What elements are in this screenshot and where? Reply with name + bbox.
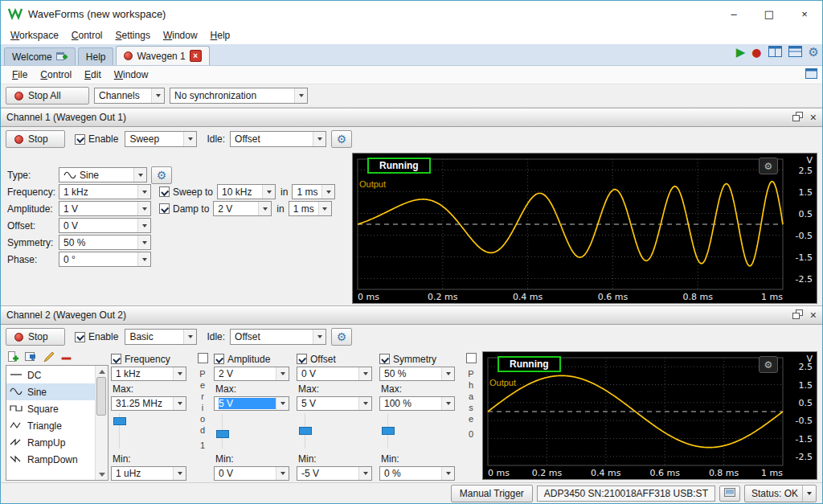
close-tab-icon[interactable]: × (190, 50, 202, 62)
tile-windows-button[interactable] (768, 46, 782, 59)
menu-workspace[interactable]: Workspace (4, 28, 65, 43)
undock-panel-icon[interactable] (792, 309, 803, 322)
damp-time-select[interactable]: 1 ms (289, 201, 332, 216)
amplitude-slider-handle[interactable] (216, 430, 229, 438)
frequency-checkbox[interactable] (111, 354, 121, 364)
channel2-enable-checkbox[interactable] (75, 332, 85, 342)
close-panel-icon[interactable]: × (810, 112, 817, 123)
channel1-header[interactable]: Channel 1 (Wavegen Out 1) × (1, 108, 822, 127)
symmetry-min-select[interactable]: 0 % (379, 466, 455, 481)
damp-to-checkbox[interactable] (159, 203, 170, 214)
type-select[interactable]: Sine (59, 167, 147, 182)
damp-to-select[interactable]: 2 V (213, 201, 272, 216)
channel1-mode-select[interactable]: Sweep (125, 131, 197, 147)
float-window-icon[interactable] (805, 68, 817, 81)
menu-help[interactable]: Help (204, 28, 237, 43)
frequency-max-select[interactable]: 31.25 MHz (111, 396, 186, 411)
channel2-idle-select[interactable]: Offset (230, 329, 326, 345)
amplitude-checkbox[interactable] (214, 354, 224, 364)
device-monitor-button[interactable] (719, 486, 740, 502)
tab-help[interactable]: Help (78, 47, 114, 65)
scope-settings-gear-icon[interactable]: ⚙ (759, 158, 778, 174)
waveform-list-scrollbar[interactable] (95, 366, 108, 480)
undock-panel-icon[interactable] (792, 112, 803, 124)
cascade-windows-button[interactable] (788, 46, 802, 59)
device-select[interactable]: ADP3450 SN:210018AFF318 USB:ST (537, 486, 715, 502)
menu-window-2[interactable]: Window (108, 68, 155, 82)
amplitude-select[interactable]: 1 V (59, 201, 151, 216)
close-panel-icon[interactable]: × (810, 309, 817, 321)
channel1-enable-checkbox[interactable] (75, 134, 85, 145)
scope-settings-gear-icon[interactable]: ⚙ (759, 356, 778, 373)
channels-select[interactable]: Channels (94, 88, 165, 104)
symmetry-slider-handle[interactable] (382, 427, 395, 435)
amplitude-value-select[interactable]: 2 V (214, 367, 289, 381)
wave-item-dc[interactable]: DC (6, 367, 95, 383)
new-wave-icon[interactable] (7, 351, 18, 365)
tab-wavegen-1[interactable]: Wavegen 1 × (116, 46, 209, 65)
offset-checkbox[interactable] (297, 354, 307, 364)
menu-edit[interactable]: Edit (78, 68, 108, 82)
offset-max-select[interactable]: 5 V (297, 396, 372, 411)
run-all-button[interactable]: ▶ (736, 47, 746, 59)
frequency-slider-handle[interactable] (113, 417, 126, 425)
manual-trigger-button[interactable]: Manual Trigger (451, 485, 533, 502)
frequency-value-select[interactable]: 1 kHz (111, 367, 186, 381)
channel2-stop-button[interactable]: Stop (6, 328, 65, 346)
wave-item-rampdown[interactable]: RampDown (6, 451, 95, 468)
status-select[interactable]: Status: OK (744, 485, 817, 502)
stop-all-global-button[interactable]: ● (751, 47, 761, 58)
sweep-time-select[interactable]: 1 ms (292, 184, 335, 199)
amplitude-slider[interactable] (214, 413, 294, 449)
phase-checkbox[interactable] (466, 353, 477, 363)
sweep-to-checkbox[interactable] (159, 186, 170, 197)
menu-window[interactable]: Window (157, 28, 204, 43)
channel2-settings-gear-icon[interactable]: ⚙ (331, 328, 352, 346)
wave-item-sine[interactable]: Sine (6, 383, 95, 400)
frequency-slider[interactable] (111, 413, 191, 449)
remove-wave-icon[interactable] (61, 352, 72, 363)
channel2-mode-select[interactable]: Basic (125, 329, 197, 345)
amplitude-max-select[interactable]: 5 V (214, 396, 289, 411)
open-wave-icon[interactable] (25, 351, 37, 364)
offset-min-select[interactable]: -5 V (297, 466, 372, 481)
close-button[interactable]: × (787, 1, 822, 27)
stop-all-button[interactable]: Stop All (6, 87, 89, 104)
channel2-header[interactable]: Channel 2 (Wavegen Out 2) × (1, 305, 822, 325)
menu-control[interactable]: Control (65, 28, 109, 43)
type-settings-gear-icon[interactable]: ⚙ (151, 166, 172, 184)
wave-item-triangle[interactable]: Triangle (6, 417, 95, 434)
symmetry-checkbox[interactable] (379, 354, 390, 364)
scroll-down-icon[interactable] (96, 469, 108, 480)
wave-item-rampup[interactable]: RampUp (6, 434, 95, 451)
symmetry-max-select[interactable]: 100 % (379, 396, 455, 411)
workspace-settings-gear-icon[interactable]: ⚙ (809, 47, 819, 59)
edit-wave-icon[interactable] (43, 351, 55, 365)
offset-value-select[interactable]: 0 V (297, 367, 372, 381)
offset-slider[interactable] (297, 413, 377, 449)
scrollbar-thumb[interactable] (96, 377, 106, 416)
maximize-button[interactable]: □ (751, 1, 787, 27)
phase-select[interactable]: 0 ° (59, 252, 151, 267)
menu-control-2[interactable]: Control (34, 68, 78, 82)
offset-select[interactable]: 0 V (59, 218, 151, 233)
symmetry-value-select[interactable]: 50 % (379, 367, 455, 381)
synchronization-select[interactable]: No synchronization (170, 88, 308, 104)
symmetry-slider[interactable] (379, 413, 460, 449)
minimize-button[interactable]: – (716, 1, 751, 27)
symmetry-select[interactable]: 50 % (59, 235, 151, 250)
scroll-up-icon[interactable] (96, 366, 108, 377)
frequency-min-select[interactable]: 1 uHz (111, 466, 186, 481)
frequency-select[interactable]: 1 kHz (59, 184, 151, 199)
channel1-idle-select[interactable]: Offset (230, 131, 326, 147)
menu-file[interactable]: File (6, 68, 34, 82)
channel1-stop-button[interactable]: Stop (6, 130, 65, 148)
menu-settings[interactable]: Settings (109, 28, 157, 43)
wave-item-square[interactable]: Square (6, 400, 95, 417)
period-checkbox[interactable] (198, 353, 208, 363)
amplitude-min-select[interactable]: 0 V (214, 466, 289, 481)
offset-slider-handle[interactable] (299, 427, 312, 435)
tab-welcome[interactable]: Welcome (4, 47, 76, 65)
sweep-to-select[interactable]: 10 kHz (217, 184, 276, 199)
channel1-settings-gear-icon[interactable]: ⚙ (331, 130, 352, 148)
